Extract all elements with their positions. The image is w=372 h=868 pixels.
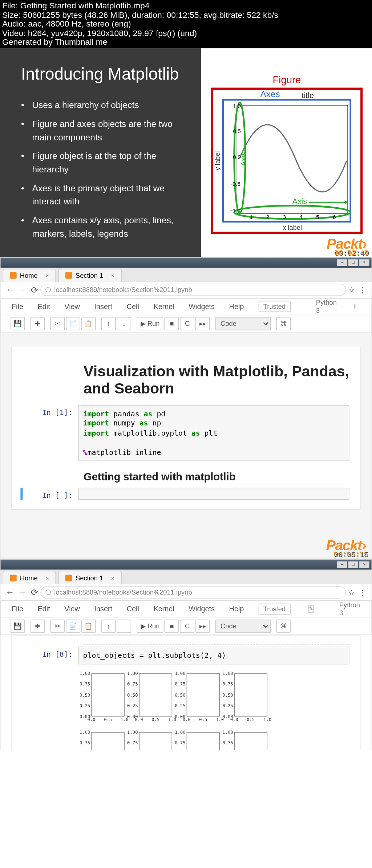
svg-text:5: 5 — [316, 214, 319, 220]
tab-label: Home — [20, 574, 38, 581]
tab-label: Section 1 — [76, 574, 103, 581]
menu-kernel[interactable]: Kernel — [154, 302, 174, 311]
run-button[interactable]: ▶ Run — [137, 619, 163, 633]
matplotlib-anatomy-diagram: Figure Axes title Axis Axis x label y la… — [206, 69, 367, 236]
add-cell-button[interactable]: ✚ — [31, 619, 45, 633]
tab-close-icon[interactable]: × — [45, 272, 49, 279]
address-bar[interactable]: ⓘlocalhost:8889/notebooks/Section%2011.i… — [40, 284, 346, 296]
menu-insert[interactable]: Insert — [94, 605, 113, 613]
copy-button[interactable]: 📄 — [66, 317, 80, 331]
address-bar[interactable]: ⓘlocalhost:8889/notebooks/Section%2011.i… — [40, 586, 346, 599]
kernel-name[interactable]: Python 3 — [316, 299, 337, 314]
move-down-button[interactable]: ↓ — [117, 317, 132, 331]
window-close-icon[interactable]: × — [359, 259, 369, 265]
bookmark-icon[interactable]: ☆ — [346, 588, 357, 597]
command-palette-button[interactable]: ⌘ — [276, 619, 291, 633]
cell-prompt: In [8]: — [23, 647, 78, 664]
window-min-icon[interactable]: – — [337, 259, 347, 265]
stop-button[interactable]: ■ — [165, 619, 179, 633]
cell-type-select[interactable]: Code — [215, 317, 271, 331]
code-input[interactable] — [78, 488, 349, 500]
menu-cell[interactable]: Cell — [127, 605, 139, 613]
tab-close-icon[interactable]: × — [45, 575, 49, 581]
svg-text:-0.5: -0.5 — [231, 181, 240, 187]
menu-edit[interactable]: Edit — [38, 605, 50, 613]
menu-view[interactable]: View — [64, 605, 80, 613]
browser-tabs: Home× Section 1× — [1, 570, 372, 584]
window-titlebar: – □ × — [1, 257, 372, 267]
move-up-button[interactable]: ↑ — [101, 619, 116, 633]
trusted-badge[interactable]: Trusted — [258, 301, 291, 312]
browser-tabs: Home× Section 1× — [1, 267, 372, 282]
code-input[interactable]: import pandas as pd import numpy as np i… — [78, 405, 349, 461]
menu-icon[interactable]: ⋮ — [357, 285, 368, 294]
cell-type-select[interactable]: Code — [215, 619, 271, 633]
code-cell-active[interactable]: In [ ]: — [20, 488, 349, 500]
browser-navbar: ← → ⟳ ⓘlocalhost:8889/notebooks/Section%… — [1, 282, 372, 299]
menu-help[interactable]: Help — [229, 605, 244, 613]
reload-button[interactable]: ⟳ — [28, 587, 41, 597]
meta-video: Video: h264, yuv420p, 1920x1080, 29.97 f… — [2, 28, 370, 37]
window-close-icon[interactable]: × — [359, 561, 369, 568]
edit-icon[interactable]: ✎ — [308, 605, 314, 613]
paste-button[interactable]: 📋 — [81, 317, 96, 331]
cut-button[interactable]: ✂ — [50, 317, 65, 331]
tab-home[interactable]: Home× — [3, 571, 56, 584]
save-button[interactable]: 💾 — [11, 619, 25, 633]
window-min-icon[interactable]: – — [337, 561, 347, 568]
menu-cell[interactable]: Cell — [127, 302, 139, 311]
menu-help[interactable]: Help — [229, 302, 244, 311]
copy-button[interactable]: 📄 — [66, 619, 80, 633]
trusted-badge[interactable]: Trusted — [258, 603, 291, 614]
tab-home[interactable]: Home× — [3, 268, 56, 282]
menu-view[interactable]: View — [64, 302, 80, 311]
tab-label: Home — [20, 272, 38, 279]
subplot-axes: 1.000.750.500.250.000.00.51.0 — [173, 670, 221, 729]
menu-widgets[interactable]: Widgets — [189, 605, 215, 613]
reload-button[interactable]: ⟳ — [28, 285, 41, 295]
svg-text:1.0: 1.0 — [233, 103, 240, 109]
menu-insert[interactable]: Insert — [94, 302, 113, 311]
move-up-button[interactable]: ↑ — [101, 317, 116, 331]
tab-close-icon[interactable]: × — [111, 272, 115, 279]
kernel-name[interactable]: Python 3 — [339, 601, 360, 617]
window-max-icon[interactable]: □ — [348, 259, 358, 265]
code-cell[interactable]: In [8]: plot_objects = plt.subplots(2, 4… — [23, 647, 349, 664]
stop-button[interactable]: ■ — [165, 317, 179, 331]
tab-section1[interactable]: Section 1× — [58, 268, 122, 282]
restart-run-all-button[interactable]: ▸▸ — [196, 619, 210, 633]
restart-button[interactable]: C — [180, 317, 195, 331]
code-input[interactable]: plot_objects = plt.subplots(2, 4) — [78, 647, 349, 664]
code-cell[interactable]: In [1]: import pandas as pd import numpy… — [23, 405, 349, 461]
forward-button[interactable]: → — [16, 285, 28, 295]
menu-file[interactable]: File — [12, 605, 23, 613]
save-button[interactable]: 💾 — [11, 317, 25, 331]
restart-button[interactable]: C — [180, 619, 195, 633]
add-cell-button[interactable]: ✚ — [31, 317, 45, 331]
window-max-icon[interactable]: □ — [348, 561, 358, 568]
forward-button[interactable]: → — [16, 587, 28, 597]
tab-close-icon[interactable]: × — [111, 575, 115, 581]
info-icon: ⓘ — [45, 588, 51, 596]
menu-edit[interactable]: Edit — [38, 302, 50, 311]
back-button[interactable]: ← — [4, 587, 16, 597]
back-button[interactable]: ← — [4, 285, 16, 295]
subplot-axes: 1.000.750.500.250.000.00.51.0 — [173, 729, 221, 751]
menu-kernel[interactable]: Kernel — [154, 605, 174, 613]
menu-icon[interactable]: ⋮ — [357, 588, 368, 597]
paste-button[interactable]: 📋 — [81, 619, 96, 633]
subplot-axes: 1.000.750.500.250.000.00.51.0 — [78, 670, 126, 729]
command-palette-button[interactable]: ⌘ — [276, 317, 291, 331]
tab-label: Section 1 — [76, 272, 103, 279]
meta-file: File: Getting Started with Matplotlib.mp… — [2, 1, 370, 10]
jupyter-toolbar: 💾 ✚ ✂ 📄 📋 ↑ ↓ ▶ Run ■ C ▸▸ Code ⌘ — [1, 315, 372, 333]
move-down-button[interactable]: ↓ — [117, 619, 132, 633]
restart-run-all-button[interactable]: ▸▸ — [196, 317, 210, 331]
menu-file[interactable]: File — [12, 302, 23, 311]
notebook-heading-1: Visualization with Matplotlib, Pandas, a… — [84, 363, 349, 397]
run-button[interactable]: ▶ Run — [137, 317, 163, 331]
cut-button[interactable]: ✂ — [50, 619, 65, 633]
menu-widgets[interactable]: Widgets — [189, 302, 215, 311]
tab-section1[interactable]: Section 1× — [58, 571, 122, 584]
bookmark-icon[interactable]: ☆ — [346, 285, 357, 294]
